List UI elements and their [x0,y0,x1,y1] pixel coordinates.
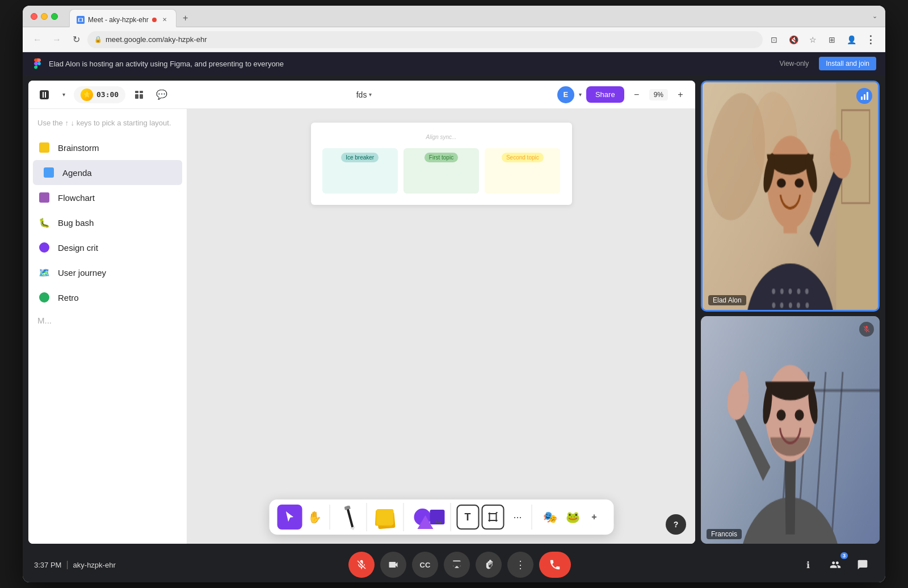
brainstorm-icon [37,141,51,154]
active-tab[interactable]: Meet - aky-hzpk-ehr ✕ [69,9,176,27]
end-call-btn[interactable] [539,552,571,578]
maximize-button[interactable] [51,13,58,20]
bookmarks-icon[interactable]: ⊡ [766,32,782,48]
text-tool-btn[interactable]: T [456,505,479,530]
layout-view-btn[interactable] [130,86,148,104]
timer-display[interactable]: ⭐ 03:00 [74,86,125,103]
extensions-icon[interactable]: ⊞ [824,32,840,48]
star-icon[interactable]: ☆ [805,32,821,48]
tab-close-icon[interactable]: ✕ [160,15,169,24]
svg-rect-4 [140,94,143,99]
flowchart-icon [37,191,51,204]
traffic-lights [31,13,58,20]
template-item-user-journey[interactable]: 🗺️ User journey [28,260,187,285]
first-topic-col: First topic [403,148,479,194]
mute-tab-icon[interactable]: 🔇 [785,32,801,48]
figma-embed: ▾ ⭐ 03:00 💬 fds [28,81,695,544]
install-join-button[interactable]: Install and join [819,57,876,70]
view-only-button[interactable]: View-only [775,57,813,70]
participants-btn[interactable]: 3 [824,553,847,576]
chat-btn[interactable] [851,553,874,576]
tab-bar: Meet - aky-hzpk-ehr ✕ + [69,6,194,27]
figma-toolbar: ▾ ⭐ 03:00 💬 fds [28,81,695,109]
svg-rect-3 [135,94,138,99]
template-item-design-crit[interactable]: Design crit [28,235,187,260]
address-bar[interactable]: 🔒 meet.google.com/aky-hzpk-ehr [87,31,763,48]
mute-mic-btn[interactable] [348,552,375,578]
zoom-minus-btn[interactable]: − [629,87,645,103]
template-name-design-crit: Design crit [58,243,98,253]
info-btn[interactable]: ℹ [797,553,819,576]
template-item-bug-bash[interactable]: 🐛 Bug bash [28,210,187,235]
zoom-plus-btn[interactable]: + [672,87,688,103]
participant-count-badge: 3 [840,552,848,559]
captions-btn[interactable]: CC [412,552,438,578]
file-name-btn[interactable]: fds ▾ [352,88,377,102]
figma-canvas: Use the ↑ ↓ keys to pick a starting layo… [28,109,695,544]
window-menu-button[interactable]: ⌄ [872,12,877,20]
template-item-brainstorm[interactable]: Brainstorm [28,135,187,160]
more-tools-btn[interactable]: ··· [506,505,529,530]
new-tab-button[interactable]: + [178,10,194,26]
timer-value: 03:00 [96,90,119,99]
toggle-camera-btn[interactable] [380,552,406,578]
template-item-agenda[interactable]: Agenda [33,160,182,185]
help-button[interactable]: ? [666,514,686,535]
elad-name-label: Elad Alon [708,295,746,305]
francois-name-label: Francois [707,529,742,539]
chrome-menu-icon[interactable]: ⋮ [863,32,878,48]
close-button[interactable] [31,13,37,20]
agenda-icon [42,166,56,179]
zoom-display[interactable]: 9% [649,89,668,100]
hand-tool-btn[interactable]: ✋ [302,505,327,530]
add-plugin-btn[interactable]: + [585,508,603,526]
svg-rect-2 [140,91,143,93]
title-bar: Meet - aky-hzpk-ehr ✕ + ⌄ [23,6,885,27]
frame-tool-btn[interactable] [481,505,504,530]
toolbar-plugins-section: 🎭 🐸 + [535,507,608,527]
toolbar-shapes-section: ↪ [407,503,451,531]
raise-hand-btn[interactable] [476,552,502,578]
template-hint: Use the ↑ ↓ keys to pick a starting layo… [28,109,187,135]
refresh-button[interactable]: ↻ [68,32,84,48]
first-topic-label: First topic [424,153,458,162]
toolbar-pointer-section: ✋ [275,505,330,530]
tab-title: Meet - aky-hzpk-ehr [88,16,149,24]
lock-icon: 🔒 [94,36,102,43]
toolbar-pen-section [333,503,367,531]
back-button[interactable]: ← [30,32,45,48]
stickies-btn[interactable] [372,503,401,531]
plugin-2-btn[interactable]: 🐸 [562,507,583,527]
template-item-retro[interactable]: Retro [28,285,187,310]
pen-tool-btn[interactable] [335,503,364,531]
toolbar-text-section: T [454,505,532,530]
cursor-tool-btn[interactable] [277,505,302,530]
file-name-text: fds [356,90,367,99]
share-button[interactable]: Share [586,86,624,103]
toolbar-stickies-section [370,503,403,531]
separator: | [66,560,68,570]
francois-video-canvas [701,316,880,544]
mic-muted-icon-francois [859,322,874,337]
template-item-flowchart[interactable]: Flowchart [28,185,187,210]
bug-bash-icon: 🐛 [37,216,51,229]
figma-logo-btn[interactable] [35,86,53,104]
chevron-down-icon: ▾ [369,91,372,98]
activity-indicator-elad [856,88,872,104]
comment-btn[interactable]: 💬 [153,86,171,104]
forward-button[interactable]: → [49,32,65,48]
figma-tools-dropdown[interactable]: ▾ [58,89,69,100]
user-dropdown-arrow[interactable]: ▾ [579,91,582,98]
more-hint: M... [28,310,187,331]
minimize-button[interactable] [41,13,48,20]
plugin-1-btn[interactable]: 🎭 [540,507,560,527]
shapes-btn[interactable]: ↪ [411,503,445,531]
template-name-flowchart: Flowchart [58,193,95,203]
more-options-btn[interactable]: ⋮ [507,552,533,578]
svg-rect-0 [40,90,49,99]
present-btn[interactable] [444,552,470,578]
profile-icon[interactable]: 👤 [843,32,859,48]
user-avatar-btn[interactable]: E [557,86,574,103]
current-time: 3:37 PM [34,561,61,569]
template-name-bug-bash: Bug bash [58,218,94,228]
